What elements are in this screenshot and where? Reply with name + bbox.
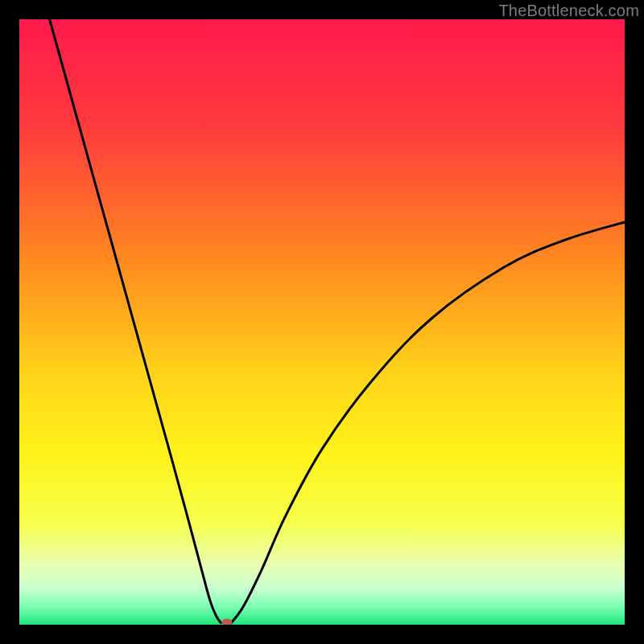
watermark-text: TheBottleneck.com xyxy=(498,2,639,20)
chart-frame xyxy=(19,19,625,625)
chart-svg xyxy=(19,19,625,625)
chart-plot xyxy=(19,19,625,625)
gradient-background xyxy=(19,19,625,625)
